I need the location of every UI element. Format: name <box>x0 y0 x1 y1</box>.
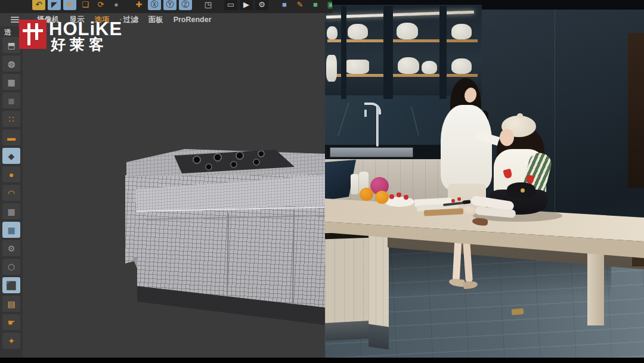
holike-door-glyph <box>23 23 43 45</box>
kitchen-photo <box>325 0 644 358</box>
viewport-label-fragment: 透 <box>4 27 11 38</box>
subdivision-surface-icon[interactable]: ■ <box>309 0 322 10</box>
letterbox-bar <box>0 358 644 363</box>
render-settings-icon[interactable]: ⚙ <box>255 0 268 10</box>
ceramic-jar <box>351 174 358 194</box>
coordinate-cross-icon[interactable]: ✚ <box>132 0 145 10</box>
pen-spline-icon[interactable]: ✎ <box>293 0 306 10</box>
points-mode-icon[interactable]: ∷ <box>2 111 20 127</box>
cinema4d-window: ↶◤✥❏⟳●✚ⓍⓎⓏ◳▭▶⚙■✎■▣ 摄像机显示选项·过滤面板ProRender… <box>0 0 644 363</box>
render-view-icon[interactable]: ▭ <box>224 0 237 10</box>
instance-object-icon[interactable]: ▣ <box>324 0 332 10</box>
workplane-mode-icon[interactable]: ◼ <box>2 92 20 108</box>
mesh-grid-selected-icon[interactable]: ▦ <box>2 222 20 238</box>
last-tool-icon[interactable]: ● <box>110 0 123 10</box>
girl-face <box>500 129 514 146</box>
lit-shelf <box>327 39 478 42</box>
snap-tool-icon[interactable]: ☛ <box>2 314 20 330</box>
menu-item-label: 过滤 <box>123 15 138 24</box>
ceramic-jug <box>327 26 338 39</box>
ceramic-pot <box>451 24 472 39</box>
scale-tool-icon[interactable]: ❏ <box>79 0 92 10</box>
model-mode-icon[interactable]: ◍ <box>2 55 20 72</box>
object-cube-icon[interactable]: ⬛ <box>2 277 20 293</box>
cabinet-divider <box>439 6 447 99</box>
menu-item-label: ProRender <box>174 15 212 24</box>
faucet-pipe <box>376 106 379 147</box>
stainless-sink <box>330 147 413 157</box>
holike-logo-mark <box>19 20 47 49</box>
render-picture-viewer-icon[interactable]: ▶ <box>240 0 253 10</box>
orange-fruit <box>360 188 373 201</box>
hat-gold-emblem <box>521 188 525 193</box>
menu-item-4[interactable]: 面板 <box>148 15 163 25</box>
strawberry <box>451 199 455 203</box>
strawberry-plate <box>385 197 414 207</box>
hexagon-outline-icon[interactable]: ⬡ <box>2 259 20 275</box>
menu-item-label: 面板 <box>148 15 163 24</box>
undo-icon[interactable]: ↶ <box>32 0 45 10</box>
mother-blouse <box>441 105 492 190</box>
ceramic-pot <box>397 23 418 39</box>
texture-mode-icon[interactable]: ▦ <box>2 74 20 90</box>
brand-chinese: 好莱客 <box>51 36 108 53</box>
polygon-mode-icon[interactable]: ◆ <box>2 148 20 164</box>
mode-sidebar: ⬒◍▦◼∷▬◆●◠▦▦⚙⬡⬛▤☛✦ <box>0 26 23 358</box>
menu-item-5[interactable]: ProRender <box>174 15 212 24</box>
edge-mode-icon[interactable]: ▬ <box>2 129 20 145</box>
ceramic-pot <box>451 58 472 74</box>
hamburger-menu-icon[interactable] <box>11 17 19 23</box>
coordinate-system-icon[interactable]: ◳ <box>202 0 215 10</box>
enable-axis-icon[interactable]: ● <box>2 166 20 182</box>
plate-stack <box>345 60 369 74</box>
strawberry <box>389 194 394 199</box>
lit-shelf <box>327 74 478 77</box>
live-selection-icon[interactable]: ◤ <box>48 0 61 10</box>
ceramic-pot <box>398 57 419 74</box>
ceramic-pot <box>422 61 437 74</box>
wood-trim <box>628 33 644 188</box>
axis-x-lock-button[interactable]: Ⓧ <box>148 0 161 10</box>
gold-object-on-floor <box>512 308 524 315</box>
support-plinth <box>369 324 389 350</box>
magnet-tool-icon[interactable]: ✦ <box>2 333 20 349</box>
table-leg <box>587 249 604 325</box>
ceramic-jug <box>326 55 337 82</box>
orange-fruit <box>375 191 389 204</box>
cabinet-divider <box>341 6 346 99</box>
axis-y-lock-button[interactable]: Ⓨ <box>163 0 177 10</box>
rotate-tool-icon[interactable]: ⟳ <box>94 0 107 10</box>
ceramic-pot <box>348 24 368 39</box>
island-drawer-block <box>325 228 370 331</box>
make-editable-icon[interactable]: ⬒ <box>2 37 20 53</box>
menu-item-3[interactable]: ·过滤 <box>120 15 138 25</box>
top-toolbar: ↶◤✥❏⟳●✚ⓍⓎⓏ◳▭▶⚙■✎■▣ <box>0 0 332 13</box>
island-plinth <box>325 321 370 341</box>
strawberry <box>457 197 461 201</box>
girl-beret-nub <box>517 113 523 118</box>
table-support-panel <box>369 228 389 330</box>
cabinet-divider <box>383 6 393 99</box>
clipboard-icon[interactable]: ▤ <box>2 296 20 312</box>
mesh-gear-icon[interactable]: ⚙ <box>2 240 20 256</box>
move-tool-icon[interactable]: ✥ <box>63 0 76 10</box>
axis-z-lock-button[interactable]: Ⓩ <box>179 0 192 10</box>
strawberry <box>404 195 408 200</box>
axis-band-icon[interactable]: ◠ <box>2 185 20 201</box>
strawberry <box>397 193 401 197</box>
cube-primitive-icon[interactable]: ■ <box>278 0 291 10</box>
faucet-spout <box>364 110 367 117</box>
mesh-grid-icon[interactable]: ▦ <box>2 203 20 219</box>
